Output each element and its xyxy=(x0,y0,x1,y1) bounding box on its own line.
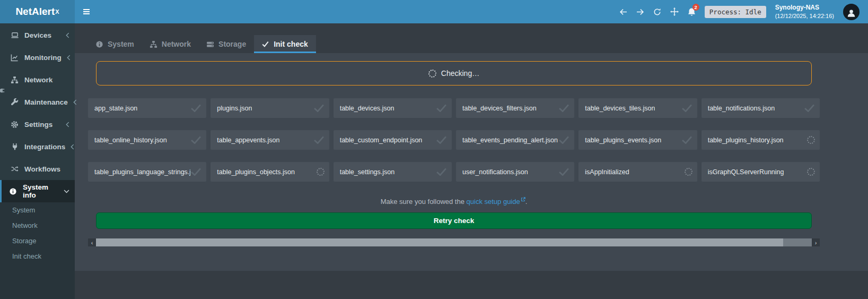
sidebar-item-label: Network xyxy=(24,76,52,84)
sidebar-item-integrations[interactable]: Integrations xyxy=(0,135,75,158)
quick-setup-guide-link[interactable]: quick setup guide xyxy=(467,198,525,206)
sidebar: Devices Monitoring Network Mainten xyxy=(0,23,75,299)
check-icon xyxy=(804,104,815,112)
check-item-label: table_plugins_language_strings.json xyxy=(94,168,190,176)
check-item-label: table_devices_filters.json xyxy=(462,105,537,112)
tab-label: Init check xyxy=(274,40,308,48)
check-item-label: table_devices.json xyxy=(340,105,394,112)
check-item-label: app_state.json xyxy=(94,105,137,112)
check-icon xyxy=(190,136,201,144)
check-item: table_plugins_language_strings.json xyxy=(88,162,206,182)
spinner-icon xyxy=(807,168,815,176)
sidebar-subitem-network[interactable]: Network xyxy=(0,218,75,233)
forward-arrow-icon[interactable] xyxy=(636,8,644,15)
sidebar-filler xyxy=(0,264,75,299)
check-icon xyxy=(681,136,692,144)
check-item: isGraphQLServerRunning xyxy=(702,162,820,182)
sidebar-subitem-system[interactable]: System xyxy=(0,202,75,218)
check-icon xyxy=(190,104,201,112)
check-item: plugins.json xyxy=(211,98,329,118)
check-icon xyxy=(681,104,692,112)
host-timestamp: (12/12/2025, 14:22:16) xyxy=(775,12,834,20)
check-icon xyxy=(558,104,569,112)
notifications-bell[interactable]: 2 xyxy=(688,7,696,16)
sidebar-submenu: SystemNetworkStorageInit check xyxy=(0,202,75,264)
scroll-right-button[interactable]: › xyxy=(812,238,820,246)
chevron-left-icon xyxy=(71,144,74,150)
tab-network[interactable]: Network xyxy=(142,35,199,53)
tab-storage[interactable]: Storage xyxy=(199,35,254,53)
check-item-label: table_plugins_objects.json xyxy=(217,168,295,176)
check-item: table_plugins_objects.json xyxy=(211,162,329,182)
check-item-label: table_devices_tiles.json xyxy=(585,105,655,112)
top-navbar: NetAlertX 2 Process: Idle Synology-NAS (… xyxy=(0,0,868,23)
move-icon[interactable] xyxy=(670,7,679,16)
scroll-left-button[interactable]: ‹ xyxy=(88,238,96,246)
plug-icon xyxy=(10,143,19,150)
checking-text: Checking… xyxy=(441,69,479,78)
sidebar-subitem-init-check[interactable]: Init check xyxy=(0,249,75,264)
hamburger-icon xyxy=(82,7,91,16)
host-info: Synology-NAS (12/12/2025, 14:22:16) xyxy=(775,4,834,20)
check-item: table_plugins_events.json xyxy=(578,130,697,150)
tab-label: Network xyxy=(162,40,191,48)
init-check-panel: Checking… app_state.jsonplugins.jsontabl… xyxy=(75,53,868,271)
sidebar-item-monitoring[interactable]: Monitoring xyxy=(0,46,75,69)
check-icon xyxy=(558,168,569,176)
scrollbar-thumb[interactable] xyxy=(96,238,783,246)
chart-icon xyxy=(10,54,19,62)
network-icon xyxy=(10,76,19,84)
check-item: app_state.json xyxy=(88,98,206,118)
sidebar-subitem-storage[interactable]: Storage xyxy=(0,233,75,249)
host-name: Synology-NAS xyxy=(775,4,834,12)
check-icon xyxy=(313,104,325,112)
sidebar-item-devices[interactable]: Devices xyxy=(0,24,75,46)
check-item-label: table_plugins_events.json xyxy=(585,136,661,144)
sidebar-item-system-info[interactable]: System info xyxy=(0,180,75,202)
gear-icon xyxy=(10,121,19,129)
plug-edge-icon xyxy=(0,87,5,94)
sidebar-toggle-button[interactable] xyxy=(75,0,98,23)
network-icon xyxy=(150,40,157,48)
check-item: table_custom_endpoint.json xyxy=(334,130,452,150)
check-item-label: table_online_history.json xyxy=(94,136,167,144)
check-item: table_devices_tiles.json xyxy=(578,98,697,118)
sidebar-item-maintenance[interactable]: Maintenance xyxy=(0,91,75,113)
sidebar-item-label: Monitoring xyxy=(24,54,62,62)
spinner-icon xyxy=(428,70,436,78)
check-icon xyxy=(436,168,447,176)
user-avatar[interactable] xyxy=(843,4,860,20)
app-logo[interactable]: NetAlertX xyxy=(0,0,75,23)
spinner-icon xyxy=(685,168,692,176)
chevron-left-icon xyxy=(73,99,77,105)
check-item: isAppInitialized xyxy=(578,162,697,182)
sidebar-item-label: Settings xyxy=(24,121,52,129)
process-status-badge: Process: Idle xyxy=(705,6,766,18)
info-circle-icon xyxy=(95,40,103,48)
devices-icon xyxy=(10,31,19,39)
chevron-left-icon xyxy=(66,122,69,127)
external-link-icon xyxy=(521,195,525,203)
sidebar-item-network[interactable]: Network xyxy=(0,69,75,91)
tab-system[interactable]: System xyxy=(88,35,142,53)
check-item-label: table_notifications.json xyxy=(708,105,775,112)
sidebar-item-workflows[interactable]: Workflows xyxy=(0,158,75,180)
setup-note-suffix: . xyxy=(525,198,528,206)
wrench-icon xyxy=(10,98,19,106)
check-item: table_online_history.json xyxy=(88,130,206,150)
scrollbar-track[interactable] xyxy=(96,238,812,246)
back-arrow-icon[interactable] xyxy=(619,8,627,15)
horizontal-scrollbar: ‹ › xyxy=(88,238,820,246)
refresh-icon[interactable] xyxy=(653,8,661,16)
sidebar-item-settings[interactable]: Settings xyxy=(0,113,75,135)
retry-check-button[interactable]: Retry check xyxy=(96,212,812,229)
check-icon xyxy=(436,104,447,112)
tab-label: Storage xyxy=(218,40,246,48)
check-item: table_events_pending_alert.json xyxy=(456,130,574,150)
notification-badge: 2 xyxy=(692,4,699,11)
init-check-grid: app_state.jsonplugins.jsontable_devices.… xyxy=(88,98,820,182)
shuffle-icon xyxy=(10,165,19,173)
tab-init-check[interactable]: Init check xyxy=(254,35,316,53)
check-item-label: isGraphQLServerRunning xyxy=(708,168,784,176)
check-icon xyxy=(190,168,201,176)
